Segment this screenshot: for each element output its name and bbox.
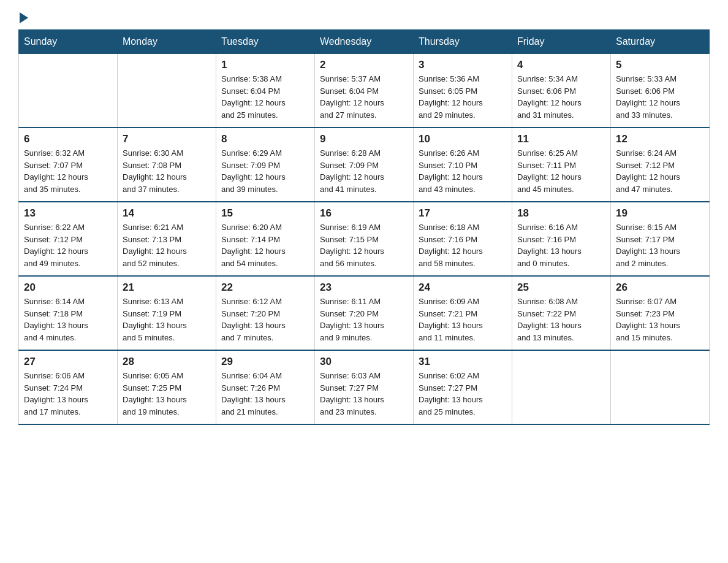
day-info: Sunrise: 6:03 AMSunset: 7:27 PMDaylight:…	[320, 370, 408, 418]
day-number: 25	[517, 282, 605, 294]
calendar-cell	[118, 54, 216, 128]
page-header	[18, 12, 710, 23]
calendar-cell: 6Sunrise: 6:32 AMSunset: 7:07 PMDaylight…	[19, 128, 118, 202]
day-info: Sunrise: 6:18 AMSunset: 7:16 PMDaylight:…	[419, 221, 507, 269]
calendar-cell: 31Sunrise: 6:02 AMSunset: 7:27 PMDayligh…	[414, 350, 512, 424]
day-info: Sunrise: 6:20 AMSunset: 7:14 PMDaylight:…	[221, 221, 309, 269]
calendar-cell: 3Sunrise: 5:36 AMSunset: 6:05 PMDaylight…	[414, 54, 512, 128]
header-friday: Friday	[512, 30, 611, 54]
calendar-week-row: 27Sunrise: 6:06 AMSunset: 7:24 PMDayligh…	[19, 350, 710, 424]
calendar-week-row: 1Sunrise: 5:38 AMSunset: 6:04 PMDaylight…	[19, 54, 710, 128]
calendar-cell: 29Sunrise: 6:04 AMSunset: 7:26 PMDayligh…	[216, 350, 315, 424]
day-number: 7	[123, 133, 211, 145]
day-info: Sunrise: 6:08 AMSunset: 7:22 PMDaylight:…	[517, 296, 605, 343]
day-info: Sunrise: 6:05 AMSunset: 7:25 PMDaylight:…	[123, 370, 211, 418]
day-info: Sunrise: 6:16 AMSunset: 7:16 PMDaylight:…	[517, 221, 605, 269]
calendar-cell: 19Sunrise: 6:15 AMSunset: 7:17 PMDayligh…	[611, 202, 710, 276]
calendar-cell	[19, 54, 118, 128]
logo	[18, 12, 28, 23]
calendar-cell: 17Sunrise: 6:18 AMSunset: 7:16 PMDayligh…	[414, 202, 512, 276]
day-info: Sunrise: 6:15 AMSunset: 7:17 PMDaylight:…	[616, 221, 704, 269]
calendar-week-row: 20Sunrise: 6:14 AMSunset: 7:18 PMDayligh…	[19, 276, 710, 350]
day-number: 26	[616, 282, 704, 294]
day-info: Sunrise: 6:26 AMSunset: 7:10 PMDaylight:…	[419, 147, 507, 195]
day-number: 24	[419, 282, 507, 294]
calendar-cell: 21Sunrise: 6:13 AMSunset: 7:19 PMDayligh…	[118, 276, 216, 350]
day-info: Sunrise: 6:28 AMSunset: 7:09 PMDaylight:…	[320, 147, 408, 195]
day-info: Sunrise: 5:38 AMSunset: 6:04 PMDaylight:…	[221, 73, 309, 121]
header-wednesday: Wednesday	[315, 30, 414, 54]
calendar-cell: 15Sunrise: 6:20 AMSunset: 7:14 PMDayligh…	[216, 202, 315, 276]
day-info: Sunrise: 5:33 AMSunset: 6:06 PMDaylight:…	[616, 73, 704, 121]
calendar-cell: 20Sunrise: 6:14 AMSunset: 7:18 PMDayligh…	[19, 276, 118, 350]
logo-arrow-icon	[20, 12, 28, 23]
header-saturday: Saturday	[611, 30, 710, 54]
calendar-cell: 9Sunrise: 6:28 AMSunset: 7:09 PMDaylight…	[315, 128, 414, 202]
calendar-header-row: Sunday Monday Tuesday Wednesday Thursday…	[19, 30, 710, 54]
day-info: Sunrise: 6:32 AMSunset: 7:07 PMDaylight:…	[24, 147, 112, 195]
day-number: 2	[320, 59, 408, 71]
day-number: 27	[24, 356, 112, 368]
calendar-cell: 7Sunrise: 6:30 AMSunset: 7:08 PMDaylight…	[118, 128, 216, 202]
day-number: 20	[24, 282, 112, 294]
calendar-table: Sunday Monday Tuesday Wednesday Thursday…	[18, 29, 710, 425]
day-info: Sunrise: 6:14 AMSunset: 7:18 PMDaylight:…	[24, 296, 112, 343]
calendar-week-row: 13Sunrise: 6:22 AMSunset: 7:12 PMDayligh…	[19, 202, 710, 276]
day-number: 14	[123, 207, 211, 220]
day-info: Sunrise: 6:09 AMSunset: 7:21 PMDaylight:…	[419, 296, 507, 343]
day-number: 6	[24, 133, 112, 145]
day-info: Sunrise: 5:37 AMSunset: 6:04 PMDaylight:…	[320, 73, 408, 121]
calendar-cell: 28Sunrise: 6:05 AMSunset: 7:25 PMDayligh…	[118, 350, 216, 424]
day-number: 16	[320, 207, 408, 220]
calendar-cell: 10Sunrise: 6:26 AMSunset: 7:10 PMDayligh…	[414, 128, 512, 202]
calendar-cell: 23Sunrise: 6:11 AMSunset: 7:20 PMDayligh…	[315, 276, 414, 350]
header-monday: Monday	[118, 30, 216, 54]
calendar-cell	[512, 350, 611, 424]
day-info: Sunrise: 6:24 AMSunset: 7:12 PMDaylight:…	[616, 147, 704, 195]
day-number: 30	[320, 356, 408, 368]
day-info: Sunrise: 5:34 AMSunset: 6:06 PMDaylight:…	[517, 73, 605, 121]
day-number: 19	[616, 207, 704, 220]
day-info: Sunrise: 6:04 AMSunset: 7:26 PMDaylight:…	[221, 370, 309, 418]
day-info: Sunrise: 6:11 AMSunset: 7:20 PMDaylight:…	[320, 296, 408, 343]
calendar-cell: 13Sunrise: 6:22 AMSunset: 7:12 PMDayligh…	[19, 202, 118, 276]
day-info: Sunrise: 5:36 AMSunset: 6:05 PMDaylight:…	[419, 73, 507, 121]
day-number: 1	[221, 59, 309, 71]
day-info: Sunrise: 6:07 AMSunset: 7:23 PMDaylight:…	[616, 296, 704, 343]
day-info: Sunrise: 6:30 AMSunset: 7:08 PMDaylight:…	[123, 147, 211, 195]
day-number: 28	[123, 356, 211, 368]
calendar-cell: 27Sunrise: 6:06 AMSunset: 7:24 PMDayligh…	[19, 350, 118, 424]
calendar-cell: 16Sunrise: 6:19 AMSunset: 7:15 PMDayligh…	[315, 202, 414, 276]
day-number: 4	[517, 59, 605, 71]
calendar-cell: 5Sunrise: 5:33 AMSunset: 6:06 PMDaylight…	[611, 54, 710, 128]
day-number: 23	[320, 282, 408, 294]
calendar-cell: 30Sunrise: 6:03 AMSunset: 7:27 PMDayligh…	[315, 350, 414, 424]
day-info: Sunrise: 6:06 AMSunset: 7:24 PMDaylight:…	[24, 370, 112, 418]
day-number: 18	[517, 207, 605, 220]
day-number: 22	[221, 282, 309, 294]
day-number: 11	[517, 133, 605, 145]
day-number: 12	[616, 133, 704, 145]
day-number: 5	[616, 59, 704, 71]
header-thursday: Thursday	[414, 30, 512, 54]
day-info: Sunrise: 6:25 AMSunset: 7:11 PMDaylight:…	[517, 147, 605, 195]
day-number: 3	[419, 59, 507, 71]
calendar-cell: 2Sunrise: 5:37 AMSunset: 6:04 PMDaylight…	[315, 54, 414, 128]
calendar-cell: 11Sunrise: 6:25 AMSunset: 7:11 PMDayligh…	[512, 128, 611, 202]
day-number: 21	[123, 282, 211, 294]
calendar-cell	[611, 350, 710, 424]
day-info: Sunrise: 6:22 AMSunset: 7:12 PMDaylight:…	[24, 221, 112, 269]
day-info: Sunrise: 6:21 AMSunset: 7:13 PMDaylight:…	[123, 221, 211, 269]
calendar-cell: 12Sunrise: 6:24 AMSunset: 7:12 PMDayligh…	[611, 128, 710, 202]
calendar-cell: 25Sunrise: 6:08 AMSunset: 7:22 PMDayligh…	[512, 276, 611, 350]
header-tuesday: Tuesday	[216, 30, 315, 54]
day-info: Sunrise: 6:13 AMSunset: 7:19 PMDaylight:…	[123, 296, 211, 343]
day-number: 13	[24, 207, 112, 220]
calendar-cell: 14Sunrise: 6:21 AMSunset: 7:13 PMDayligh…	[118, 202, 216, 276]
day-number: 31	[419, 356, 507, 368]
day-info: Sunrise: 6:29 AMSunset: 7:09 PMDaylight:…	[221, 147, 309, 195]
calendar-week-row: 6Sunrise: 6:32 AMSunset: 7:07 PMDaylight…	[19, 128, 710, 202]
calendar-cell: 4Sunrise: 5:34 AMSunset: 6:06 PMDaylight…	[512, 54, 611, 128]
calendar-cell: 8Sunrise: 6:29 AMSunset: 7:09 PMDaylight…	[216, 128, 315, 202]
day-info: Sunrise: 6:19 AMSunset: 7:15 PMDaylight:…	[320, 221, 408, 269]
